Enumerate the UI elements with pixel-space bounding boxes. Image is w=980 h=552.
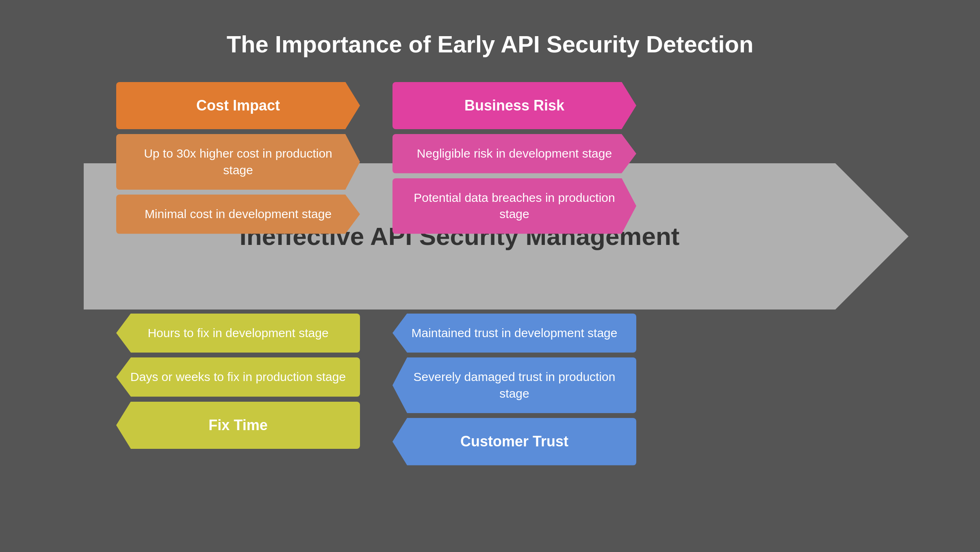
cost-impact-section: Cost Impact Up to 30x higher cost in pro… bbox=[116, 82, 360, 234]
business-risk-item-2: Potential data breaches in production st… bbox=[392, 178, 636, 234]
cost-impact-item-1: Up to 30x higher cost in production stag… bbox=[116, 134, 360, 190]
fix-time-item-2: Hours to fix in development stage bbox=[116, 314, 360, 353]
fix-time-header: Fix Time bbox=[116, 402, 360, 449]
customer-trust-item-2: Maintained trust in development stage bbox=[392, 314, 636, 353]
customer-trust-section: Customer Trust Severely damaged trust in… bbox=[392, 314, 636, 465]
business-risk-section: Business Risk Negligible risk in develop… bbox=[392, 82, 636, 234]
cost-impact-item-2: Minimal cost in development stage bbox=[116, 195, 360, 234]
customer-trust-item-1: Severely damaged trust in production sta… bbox=[392, 357, 636, 413]
business-risk-header: Business Risk bbox=[392, 82, 636, 130]
main-title: The Importance of Early API Security Det… bbox=[227, 30, 754, 58]
arrow-head bbox=[835, 163, 908, 310]
business-risk-item-1: Negligible risk in development stage bbox=[392, 134, 636, 173]
cost-impact-header: Cost Impact bbox=[116, 82, 360, 130]
arrow-section: Ineffective API Security Management Cost… bbox=[84, 82, 896, 407]
fix-time-section: Fix Time Days or weeks to fix in product… bbox=[116, 314, 360, 449]
main-container: The Importance of Early API Security Det… bbox=[43, 22, 937, 530]
fix-time-item-1: Days or weeks to fix in production stage bbox=[116, 357, 360, 397]
customer-trust-header: Customer Trust bbox=[392, 418, 636, 465]
